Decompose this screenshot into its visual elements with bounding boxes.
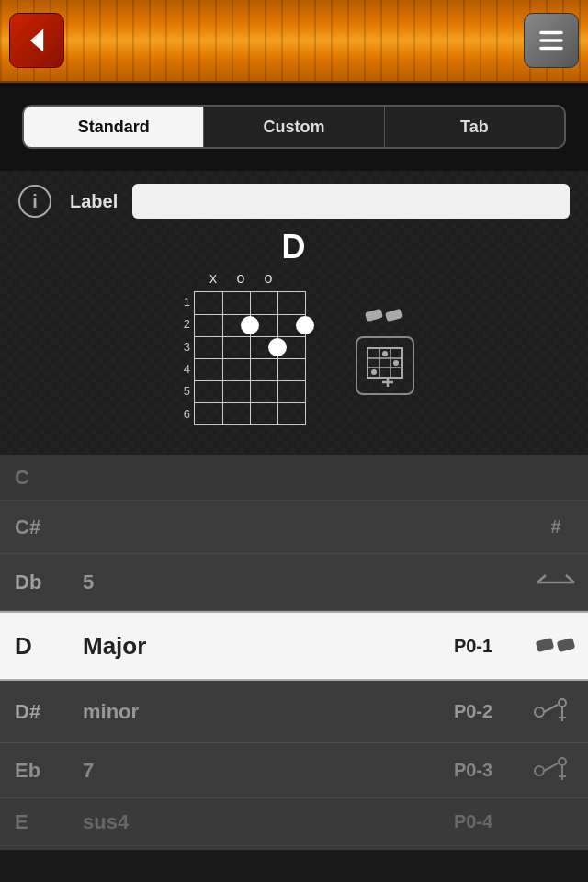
- app-header: [0, 0, 588, 83]
- fretboard: 1 2 3 4 5 6: [174, 291, 306, 425]
- picker-type-e: sus4: [74, 810, 423, 834]
- picker-row-eb[interactable]: Eb 7 P0-3: [0, 743, 588, 798]
- picker-row-db[interactable]: Db 5: [0, 554, 588, 611]
- picker-note-d: D: [0, 632, 74, 661]
- fret-4: 4: [174, 358, 190, 380]
- back-button[interactable]: [9, 13, 64, 68]
- tab-tab[interactable]: Tab: [385, 107, 564, 147]
- label-row: i Label: [0, 171, 588, 228]
- info-icon[interactable]: i: [18, 185, 51, 218]
- label-input[interactable]: [132, 184, 570, 219]
- svg-rect-19: [536, 638, 554, 652]
- picker-row-d-major[interactable]: D Major P0-1: [0, 611, 588, 681]
- picker-note-db: Db: [0, 571, 74, 594]
- chord-name: D: [282, 228, 307, 266]
- list-button[interactable]: [524, 13, 579, 68]
- svg-line-22: [544, 705, 558, 712]
- picker-type-db: 5: [74, 571, 423, 594]
- picker-icon-dsharp: [524, 695, 588, 729]
- fret-2: 2: [174, 313, 190, 335]
- picker-pos-e: P0-4: [423, 811, 524, 832]
- svg-point-21: [535, 707, 544, 717]
- nut-marker-2: o: [254, 270, 282, 287]
- svg-line-27: [544, 763, 558, 771]
- svg-rect-5: [385, 308, 403, 321]
- chord-picker: C C# # Db 5 D Major P0-1: [0, 455, 588, 850]
- picker-note-eb: Eb: [0, 759, 74, 783]
- picker-note-csharp: C#: [0, 515, 74, 539]
- edit-icons: [356, 301, 414, 395]
- fret-6: 6: [174, 403, 190, 425]
- chord-section: D x o o 1 2 3 4: [0, 228, 588, 440]
- nut-marker-4: [310, 270, 337, 287]
- svg-point-12: [393, 360, 399, 366]
- nut-marker-0: x: [199, 270, 227, 287]
- svg-point-28: [559, 758, 566, 765]
- chord-dot-2: [296, 316, 314, 334]
- svg-rect-4: [365, 308, 383, 321]
- chord-grid[interactable]: [194, 291, 306, 425]
- picker-type-d: Major: [74, 632, 423, 661]
- fret-numbers: 1 2 3 4 5 6: [174, 291, 190, 425]
- tab-standard[interactable]: Standard: [24, 107, 204, 147]
- picker-note-e: E: [0, 810, 74, 834]
- tab-custom[interactable]: Custom: [204, 107, 384, 147]
- chord-panel: i Label D x o o 1 2: [0, 171, 588, 455]
- chord-diagram-area: x o o 1 2 3 4 5 6: [18, 270, 570, 425]
- picker-icon-d: [524, 632, 588, 660]
- svg-rect-20: [557, 638, 575, 652]
- picker-pos-d: P0-1: [423, 636, 524, 657]
- chord-dot-3: [268, 338, 287, 356]
- svg-point-11: [382, 351, 388, 356]
- add-chord-button[interactable]: [356, 336, 414, 395]
- picker-note-dsharp: D#: [0, 700, 74, 724]
- svg-point-13: [371, 369, 377, 375]
- edit-slash-icon[interactable]: [362, 301, 408, 329]
- nut-marker-3: [282, 270, 310, 287]
- nut-marker-1: o: [227, 270, 254, 287]
- picker-type-eb: 7: [74, 759, 423, 783]
- picker-icon-csharp: #: [524, 516, 588, 537]
- picker-icon-eb: [524, 754, 588, 787]
- svg-marker-0: [30, 28, 43, 51]
- picker-row-dsharp[interactable]: D# minor P0-2: [0, 681, 588, 743]
- svg-point-23: [559, 699, 566, 707]
- picker-row-c[interactable]: C: [0, 455, 588, 501]
- fret-5: 5: [174, 380, 190, 402]
- fret-3: 3: [174, 336, 190, 358]
- chord-dot-1: [241, 316, 259, 334]
- mode-segmented-control: Standard Custom Tab: [22, 105, 566, 149]
- label-heading: Label: [70, 191, 118, 212]
- picker-pos-eb: P0-3: [423, 760, 524, 781]
- svg-point-26: [535, 766, 544, 775]
- svg-rect-1: [539, 31, 563, 34]
- picker-pos-dsharp: P0-2: [423, 701, 524, 722]
- chord-diagram: x o o 1 2 3 4 5 6: [174, 270, 337, 425]
- picker-type-dsharp: minor: [74, 700, 423, 724]
- picker-icon-db: [524, 569, 588, 596]
- picker-row-csharp[interactable]: C# #: [0, 501, 588, 554]
- picker-note-c: C: [0, 466, 74, 490]
- svg-rect-2: [539, 39, 563, 41]
- svg-rect-3: [539, 47, 563, 50]
- fret-1: 1: [174, 291, 190, 313]
- picker-row-e[interactable]: E sus4 P0-4: [0, 798, 588, 846]
